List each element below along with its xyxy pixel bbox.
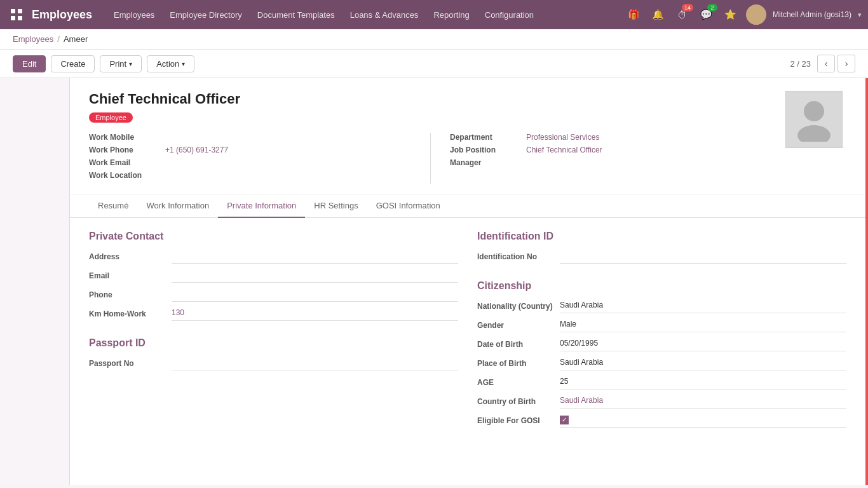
- nationality-label: Nationality (Country): [477, 301, 560, 311]
- citizenship-section: Citizenship Nationality (Country) Saudi …: [477, 280, 846, 429]
- edit-button[interactable]: Edit: [13, 55, 46, 72]
- svg-rect-0: [11, 9, 15, 13]
- dob-value: 05/20/1995: [560, 339, 846, 351]
- star-icon[interactable]: ⭐: [722, 6, 740, 24]
- nationality-row: Nationality (Country) Saudi Arabia: [477, 301, 846, 315]
- main-wrapper: Chief Technical Officer Employee Work Mo…: [0, 78, 868, 485]
- employee-fields: Work Mobile Work Phone +1 (650) 691-3277…: [89, 133, 773, 184]
- employee-badge: Employee: [89, 112, 133, 123]
- field-right: Department Professional Services Job Pos…: [431, 133, 773, 184]
- km-home-work-value: 130: [172, 308, 458, 321]
- identification-section: Identification ID Identification No: [477, 231, 846, 265]
- email-label: Email: [89, 270, 172, 280]
- work-mobile-label: Work Mobile: [89, 133, 165, 142]
- address-row: Address: [89, 251, 458, 265]
- svg-point-5: [749, 18, 763, 25]
- employee-info: Chief Technical Officer Employee Work Mo…: [89, 91, 773, 194]
- user-avatar[interactable]: [746, 4, 766, 25]
- breadcrumb-current: Ameer: [64, 34, 88, 44]
- nav-employees[interactable]: Employees: [107, 6, 161, 24]
- country-of-birth-label: Country of Birth: [477, 396, 560, 406]
- age-label: AGE: [477, 377, 560, 387]
- nav-links: Employees Employee Directory Document Te…: [107, 6, 625, 24]
- gender-row: Gender Male: [477, 320, 846, 334]
- bell-icon[interactable]: 🔔: [649, 6, 667, 24]
- work-phone-value[interactable]: +1 (650) 691-3277: [165, 146, 228, 154]
- app-title: Employees: [32, 8, 92, 22]
- place-of-birth-value: Saudi Arabia: [560, 358, 846, 370]
- nav-right-icons: 🎁 🔔 ⏱ 14 💬 2 ⭐ Mitchell Admin (gosi13) ▾: [625, 4, 862, 25]
- private-info-sections: Private Contact Address Email Phone: [89, 231, 846, 444]
- tab-work-information[interactable]: Work Information: [137, 194, 218, 218]
- age-row: AGE 25: [477, 377, 846, 391]
- address-value: [172, 251, 458, 264]
- svg-point-6: [804, 101, 824, 121]
- work-mobile-row: Work Mobile: [89, 133, 417, 142]
- field-left: Work Mobile Work Phone +1 (650) 691-3277…: [89, 133, 431, 184]
- user-dropdown-icon[interactable]: ▾: [858, 11, 862, 19]
- timer-icon[interactable]: ⏱ 14: [674, 6, 691, 24]
- eligible-gosi-checkbox[interactable]: [560, 416, 569, 424]
- left-column: Private Contact Address Email Phone: [89, 231, 458, 444]
- job-position-value[interactable]: Chief Technical Officer: [526, 146, 602, 154]
- breadcrumb: Employees / Ameer: [0, 29, 868, 50]
- chat-icon[interactable]: 💬 2: [698, 6, 715, 24]
- dob-label: Date of Birth: [477, 339, 560, 349]
- department-value[interactable]: Professional Services: [526, 133, 599, 142]
- address-label: Address: [89, 251, 172, 261]
- eligible-gosi-label: Eligible For GOSI: [477, 415, 560, 425]
- phone-row: Phone: [89, 289, 458, 303]
- nav-configuration[interactable]: Configuration: [478, 6, 540, 24]
- svg-rect-1: [18, 9, 22, 13]
- eligible-gosi-row: Eligible For GOSI: [477, 415, 846, 429]
- pagination: 2 / 23 ‹ ›: [790, 55, 855, 72]
- employee-header: Chief Technical Officer Employee Work Mo…: [70, 78, 865, 194]
- identification-no-row: Identification No: [477, 251, 846, 265]
- breadcrumb-parent[interactable]: Employees: [13, 34, 53, 44]
- passport-title: Passport ID: [89, 337, 458, 349]
- action-dropdown-icon: ▾: [182, 60, 185, 67]
- tab-private-information[interactable]: Private Information: [218, 194, 305, 218]
- content-area: Chief Technical Officer Employee Work Mo…: [70, 78, 865, 485]
- nav-document-templates[interactable]: Document Templates: [251, 6, 341, 24]
- passport-no-value: [172, 358, 458, 370]
- passport-no-label: Passport No: [89, 358, 172, 368]
- print-button[interactable]: Print ▾: [100, 55, 142, 72]
- work-email-label: Work Email: [89, 158, 165, 167]
- work-phone-row: Work Phone +1 (650) 691-3277: [89, 146, 417, 154]
- place-of-birth-row: Place of Birth Saudi Arabia: [477, 358, 846, 372]
- nav-employee-directory[interactable]: Employee Directory: [163, 6, 248, 24]
- eligible-gosi-value[interactable]: [560, 415, 846, 428]
- phone-label: Phone: [89, 289, 172, 299]
- place-of-birth-label: Place of Birth: [477, 358, 560, 368]
- identification-title: Identification ID: [477, 231, 846, 242]
- employee-avatar[interactable]: [785, 91, 843, 148]
- phone-value: [172, 289, 458, 302]
- next-button[interactable]: ›: [837, 55, 855, 72]
- km-home-work-row: Km Home-Work 130: [89, 308, 458, 322]
- tab-gosi-information[interactable]: GOSI Information: [367, 194, 449, 218]
- action-button[interactable]: Action ▾: [147, 55, 194, 72]
- gender-label: Gender: [477, 320, 560, 330]
- email-value: [172, 270, 458, 283]
- nav-reporting[interactable]: Reporting: [427, 6, 475, 24]
- nav-loans-advances[interactable]: Loans & Advances: [344, 6, 425, 24]
- right-column: Identification ID Identification No Citi…: [477, 231, 846, 444]
- work-phone-label: Work Phone: [89, 146, 165, 154]
- department-label: Department: [450, 133, 526, 142]
- gift-icon[interactable]: 🎁: [625, 6, 643, 24]
- passport-no-row: Passport No: [89, 358, 458, 372]
- country-of-birth-value[interactable]: Saudi Arabia: [560, 396, 846, 409]
- svg-point-7: [797, 125, 831, 142]
- tab-hr-settings[interactable]: HR Settings: [305, 194, 367, 218]
- prev-button[interactable]: ‹: [817, 55, 835, 72]
- tab-resume[interactable]: Resumé: [89, 194, 137, 218]
- user-name[interactable]: Mitchell Admin (gosi13): [773, 10, 851, 19]
- action-bar: Edit Create Print ▾ Action ▾ 2 / 23 ‹ ›: [0, 50, 868, 78]
- employee-title: Chief Technical Officer: [89, 91, 773, 107]
- email-row: Email: [89, 270, 458, 284]
- dob-row: Date of Birth 05/20/1995: [477, 339, 846, 353]
- create-button[interactable]: Create: [51, 55, 95, 72]
- job-position-label: Job Position: [450, 146, 526, 154]
- app-grid-icon[interactable]: [6, 4, 27, 25]
